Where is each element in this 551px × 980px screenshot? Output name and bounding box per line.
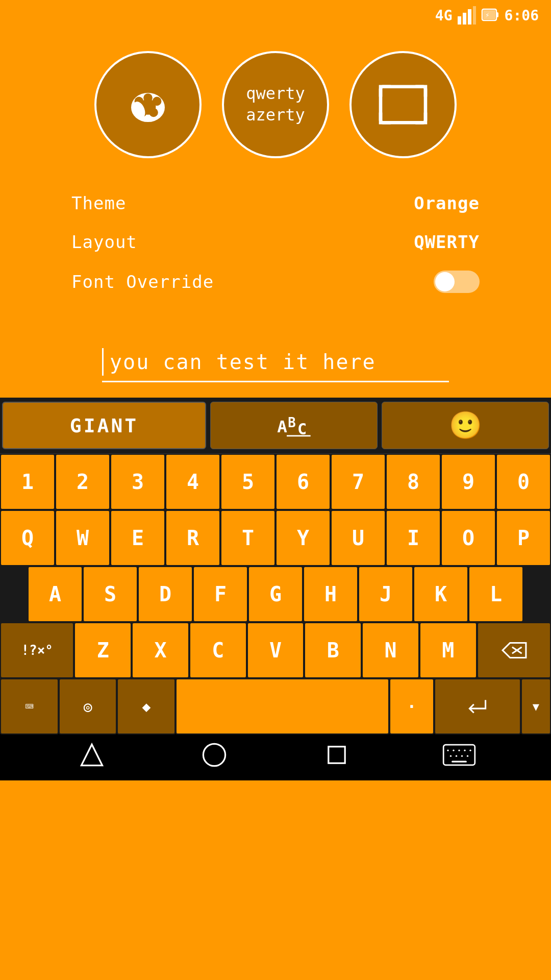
key-circle[interactable]: ◎ [59,678,117,734]
resize-button[interactable] [349,51,457,158]
svg-point-26 [203,744,225,766]
right-spacer [523,566,551,622]
key-p[interactable]: P [496,510,551,566]
svg-text:⚡: ⚡ [485,11,489,19]
key-d[interactable]: D [138,566,193,622]
asdf-row: A S D F G H J K L [0,566,551,622]
key-7[interactable]: 7 [331,454,386,510]
key-space[interactable] [176,678,389,734]
key-c[interactable]: C [189,622,247,678]
test-input-area: you can test it here [0,312,551,398]
key-n[interactable]: N [362,622,419,678]
key-period[interactable]: · [389,678,434,734]
key-r[interactable]: R [165,510,220,566]
palette-icon [120,77,176,133]
toggle-thumb [435,272,455,291]
nav-recent[interactable] [316,734,357,775]
theme-setting-label: Theme [71,193,414,213]
emoji-icon: 🙂 [449,410,482,441]
battery-icon: ⚡ [481,6,499,24]
key-t[interactable]: T [220,510,276,566]
key-2[interactable]: 2 [55,454,110,510]
key-1[interactable]: 1 [0,454,55,510]
status-bar: 4G ⚡ 6:06 [0,0,551,31]
nav-keyboard[interactable] [439,734,480,775]
layout-setting-value: QWERTY [414,232,480,252]
key-q[interactable]: Q [0,510,55,566]
key-v[interactable]: V [247,622,305,678]
back-icon [78,741,106,769]
text-cursor [102,348,104,376]
svg-rect-2 [468,9,471,24]
nav-back[interactable] [71,734,112,775]
enter-icon [464,696,491,717]
left-spacer [0,566,28,622]
layout-button[interactable]: qwertyazerty [222,51,329,158]
theme-button[interactable] [94,51,202,158]
key-s[interactable]: S [83,566,138,622]
clock: 6:06 [505,7,539,24]
status-bar-right: 4G ⚡ 6:06 [435,6,539,24]
key-i[interactable]: I [386,510,441,566]
zxcv-row: !?×° Z X C V B N M [0,622,551,678]
key-h[interactable]: H [303,566,358,622]
signal-indicator: 4G [435,7,453,24]
nav-home[interactable] [194,734,235,775]
key-e[interactable]: E [110,510,165,566]
theme-setting-value: Orange [414,193,480,213]
key-arrow-down[interactable]: ▼ [521,678,551,734]
top-icon-buttons: qwertyazerty [0,31,551,174]
svg-rect-0 [458,16,461,24]
key-backspace[interactable] [477,622,551,678]
key-6[interactable]: 6 [276,454,331,510]
theme-setting-row[interactable]: Theme Orange [31,184,520,223]
key-3[interactable]: 3 [110,454,165,510]
key-keyboard-switch[interactable]: ⌨ [0,678,59,734]
key-k[interactable]: K [413,566,468,622]
svg-text:B: B [288,415,295,430]
svg-rect-3 [473,6,476,24]
suggestion-emoji[interactable]: 🙂 [382,402,549,449]
key-y[interactable]: Y [276,510,331,566]
key-special-chars[interactable]: !?×° [0,622,74,678]
bottom-row: ⌨ ◎ ◆ · ▼ [0,678,551,729]
font-override-toggle[interactable] [434,271,480,293]
toggle-track [434,271,480,293]
suggestion-giant-text: GIANT [70,414,138,437]
key-x[interactable]: X [132,622,189,678]
key-g[interactable]: G [248,566,303,622]
key-m[interactable]: M [419,622,477,678]
key-u[interactable]: U [331,510,386,566]
backspace-icon [500,640,527,660]
key-0[interactable]: 0 [496,454,551,510]
key-4[interactable]: 4 [165,454,220,510]
suggestion-giant[interactable]: GIANT [2,402,206,449]
key-9[interactable]: 9 [441,454,496,510]
key-j[interactable]: J [358,566,413,622]
key-z[interactable]: Z [74,622,132,678]
keyboard: GIANT A B C 🙂 1 2 3 4 5 6 7 8 9 0 Q W [0,398,551,729]
font-override-row: Font Override [31,261,520,302]
key-enter[interactable] [434,678,521,734]
suggestion-abc[interactable]: A B C [210,402,378,449]
key-w[interactable]: W [55,510,110,566]
key-a[interactable]: A [28,566,83,622]
key-8[interactable]: 8 [386,454,441,510]
svg-rect-1 [463,13,466,24]
nav-bar [0,729,551,780]
key-diamond[interactable]: ◆ [117,678,176,734]
abc-icon: A B C [276,410,312,441]
key-5[interactable]: 5 [220,454,276,510]
layout-setting-row[interactable]: Layout QWERTY [31,223,520,261]
signal-icon [458,6,476,24]
test-input-placeholder: you can test it here [110,350,376,374]
number-row: 1 2 3 4 5 6 7 8 9 0 [0,454,551,510]
key-f[interactable]: F [193,566,248,622]
test-input-field[interactable]: you can test it here [102,343,449,382]
key-l[interactable]: L [468,566,523,622]
svg-rect-5 [496,12,498,17]
svg-marker-22 [503,643,526,657]
key-b[interactable]: B [304,622,362,678]
key-o[interactable]: O [441,510,496,566]
settings-area: Theme Orange Layout QWERTY Font Override [0,174,551,312]
